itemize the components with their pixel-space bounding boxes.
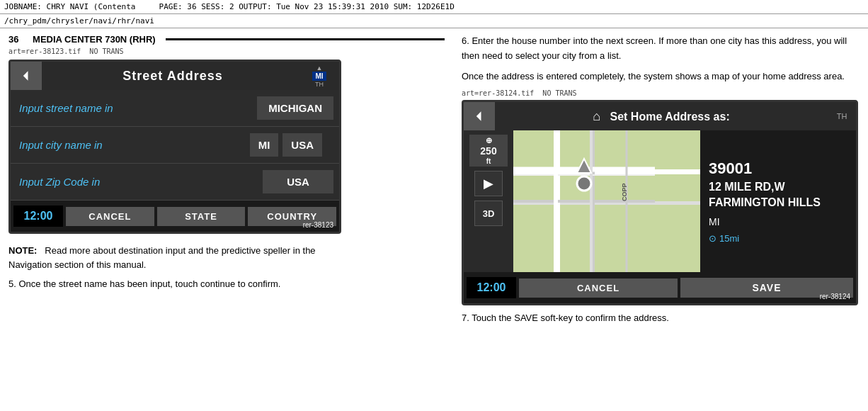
city-values: MI USA [239, 128, 333, 162]
address-state: MI [709, 216, 847, 227]
ref-label-1: rer-38123 [300, 220, 336, 230]
cancel-button-1[interactable]: CANCEL [66, 207, 154, 226]
zoom-value: 250 [472, 145, 505, 157]
page-info: PAGE: 36 SESS: 2 OUTPUT: Tue Nov 23 15:3… [159, 2, 455, 11]
screen1-time: 12:00 [13, 206, 63, 227]
screen1-title: Street Address [42, 69, 304, 84]
ref-label-2: rer-38124 [817, 291, 853, 302]
screen2-time: 12:00 [467, 277, 516, 298]
map-controls: ⊕ 250 ft ▶ 3D [464, 130, 513, 272]
state-button[interactable]: STATE [157, 207, 246, 226]
file-path: /chry_pdm/chrysler/navi/rhr/navi [0, 14, 868, 28]
page-heading: 36 MEDIA CENTER 730N (RHR) [8, 34, 445, 45]
screen1-bottombar: 12:00 CANCEL STATE COUNTRY [11, 201, 339, 232]
screen2-flag: TH [828, 112, 856, 120]
no-trans-2: NO TRANS [542, 89, 576, 97]
screen2-titlebar: ⌂ Set Home Address as: TH [464, 102, 856, 130]
note-bold-label: NOTE: [8, 245, 37, 256]
page-header: JOBNAME: CHRY NAVI (Contenta PAGE: 36 SE… [0, 0, 868, 14]
city-state-val: MI [250, 133, 279, 157]
cancel-button-2[interactable]: CANCEL [519, 278, 678, 298]
page-number: 36 [8, 34, 18, 45]
zoom-icon: ⊕ [486, 136, 492, 145]
address-street: 12 MILE RD,W [709, 181, 847, 193]
chapter-title: MEDIA CENTER 730N (RHR) [33, 34, 156, 45]
zoom-unit: ft [486, 157, 491, 165]
zoom-display: ⊕ 250 ft [469, 135, 508, 167]
address-panel: 39001 12 MILE RD,W FARMINGTON HILLS MI ⊙… [700, 130, 856, 272]
screen2-title: ⌂ Set Home Address as: [495, 109, 828, 124]
city-label: Input city name in [11, 139, 239, 151]
distance-value: 15mi [719, 233, 739, 244]
screen2-bottombar: 12:00 CANCEL SAVE [464, 272, 856, 303]
job-name: JOBNAME: CHRY NAVI (Contenta [4, 2, 135, 11]
once-text: Once the address is entered completely, … [462, 69, 858, 84]
map-canvas: COPP COPP [513, 130, 700, 272]
svg-point-9 [577, 176, 591, 191]
back-button[interactable] [11, 62, 42, 90]
map-area: ⊕ 250 ft ▶ 3D COPP [464, 130, 856, 272]
screen1-titlebar: Street Address ▲ MI TH [11, 62, 339, 90]
art-label-2: art=rer-38124.tif [462, 89, 534, 97]
svg-text:COPP: COPP [621, 184, 628, 202]
city-country-val: USA [282, 133, 322, 157]
note-section: NOTE: Read more about destination input … [8, 244, 334, 271]
address-number: 39001 [709, 159, 847, 178]
screen2-back-button[interactable] [464, 102, 495, 130]
zip-label: Input Zip Code in [11, 176, 263, 188]
home-icon: ⌂ [593, 109, 600, 123]
svg-marker-10 [577, 159, 591, 173]
address-distance: ⊙ 15mi [709, 233, 847, 244]
screen2-mockup: ⌂ Set Home Address as: TH ⊕ 250 ft ▶ 3D [462, 100, 858, 305]
address-city: FARMINGTON HILLS [709, 196, 847, 209]
svg-marker-0 [23, 71, 28, 80]
svg-marker-1 [476, 112, 481, 121]
street-input-row[interactable]: Input street name in MICHIGAN [11, 90, 339, 127]
3d-button[interactable]: 3D [474, 201, 503, 226]
map-svg: COPP [513, 130, 700, 272]
zip-input-row[interactable]: Input Zip Code in USA [11, 164, 339, 201]
zip-value: USA [263, 170, 333, 193]
left-column: 36 MEDIA CENTER 730N (RHR) art=rer-38123… [0, 28, 453, 411]
step5: 5. Once the street name has been input, … [8, 277, 334, 291]
no-trans-label: NO TRANS [89, 47, 123, 55]
street-label: Input street name in [11, 102, 257, 114]
description1: 6. Enter the house number into the next … [462, 34, 858, 64]
note-content: Read more about destination input and th… [8, 245, 316, 270]
step7: 7. Touch the SAVE soft-key to confirm th… [462, 311, 858, 325]
city-input-row[interactable]: Input city name in MI USA [11, 127, 339, 164]
play-button[interactable]: ▶ [474, 171, 503, 196]
tif-label: art=rer-38123.tif [8, 47, 81, 55]
distance-icon: ⊙ [709, 233, 716, 244]
street-value: MICHIGAN [257, 96, 333, 120]
right-column: 6. Enter the house number into the next … [453, 28, 868, 411]
screen1-mockup: Street Address ▲ MI TH Input street name… [8, 60, 341, 234]
flag-area: ▲ MI TH [304, 64, 339, 88]
flag-mi: MI [312, 72, 326, 81]
